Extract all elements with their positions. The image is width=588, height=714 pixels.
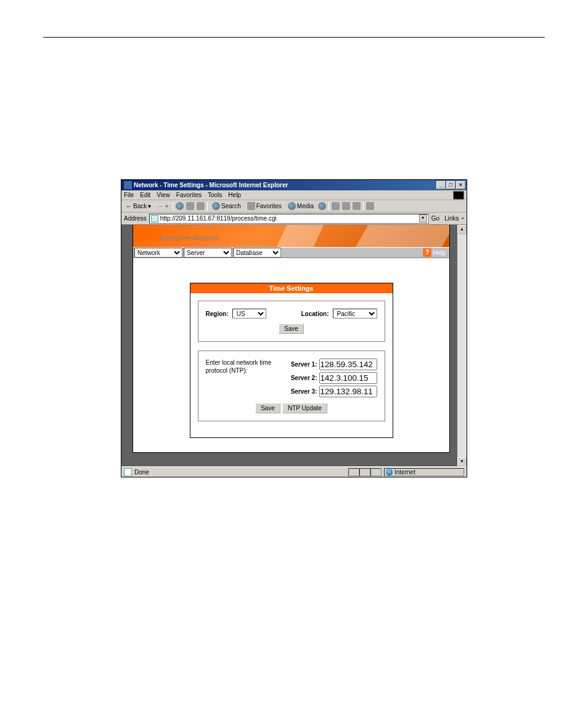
back-button[interactable]: ← Back ▾ xyxy=(124,202,153,210)
ntp-group: Enter local network time protocol (NTP):… xyxy=(198,351,385,421)
window-title: Network - Time Settings - Microsoft Inte… xyxy=(134,182,436,189)
ntp-prompt: Enter local network time protocol (NTP): xyxy=(206,359,272,399)
scroll-track[interactable] xyxy=(457,234,467,457)
status-cell xyxy=(370,468,382,476)
print-icon[interactable] xyxy=(342,202,350,210)
separator xyxy=(329,202,329,211)
scroll-down-icon[interactable]: ▼ xyxy=(457,457,467,466)
status-text: Done xyxy=(134,469,149,476)
help-icon[interactable]: ? xyxy=(423,248,431,257)
scroll-up-icon[interactable]: ▲ xyxy=(457,225,467,234)
separator xyxy=(173,202,173,211)
server1-input[interactable] xyxy=(319,359,377,370)
help-link[interactable]: Help xyxy=(433,249,448,256)
network-dropdown[interactable]: Network xyxy=(134,248,182,258)
server3-label: Server 3: xyxy=(291,388,317,395)
application-stage: 8e6Enterprise Reporter Network Server Da… xyxy=(133,225,450,453)
address-bar: Address http://209.11.161.67:8118/proces… xyxy=(121,213,467,225)
server1-label: Server 1: xyxy=(291,361,317,368)
location-select[interactable]: Pacific xyxy=(333,309,377,318)
status-bar: Done Internet xyxy=(121,466,467,477)
zone-text: Internet xyxy=(394,469,415,476)
mail-icon[interactable] xyxy=(332,202,340,210)
address-label: Address xyxy=(124,215,147,222)
links-label[interactable]: Links xyxy=(444,215,459,222)
region-select[interactable]: US xyxy=(232,309,266,318)
links-chevron-icon[interactable]: » xyxy=(462,216,464,221)
close-button[interactable]: × xyxy=(456,181,465,189)
app-menubar: File Edit View Favorites Tools Help xyxy=(121,190,467,200)
stop-icon[interactable] xyxy=(176,202,184,210)
go-button[interactable]: Go xyxy=(431,215,439,222)
save-region-button[interactable]: Save xyxy=(279,323,304,334)
region-label: Region: xyxy=(206,310,229,317)
location-label: Location: xyxy=(301,310,329,317)
menu-help[interactable]: Help xyxy=(228,192,241,198)
favorites-button[interactable]: Favorites xyxy=(245,201,284,211)
edit-icon[interactable] xyxy=(353,202,361,210)
time-settings-panel: Time Settings Region: US Location: Pacif… xyxy=(190,283,393,438)
logo-text: 8e6 xyxy=(139,228,160,243)
menu-view[interactable]: View xyxy=(157,192,170,198)
app-menubar: Network Server Database ? Help xyxy=(133,247,449,258)
vertical-scrollbar[interactable]: ▲ ▼ xyxy=(457,225,467,466)
browser-window: Network - Time Settings - Microsoft Inte… xyxy=(121,179,467,477)
server2-label: Server 2: xyxy=(291,375,317,381)
browser-viewport: 8e6Enterprise Reporter Network Server Da… xyxy=(121,225,467,466)
browser-toolbar: ← Back ▾ → ▾ Search Favorites Media xyxy=(121,200,467,213)
minimize-button[interactable]: _ xyxy=(436,181,446,189)
maximize-button[interactable]: □ xyxy=(446,181,455,189)
windows-flag-icon xyxy=(453,191,464,200)
page-icon xyxy=(151,215,158,222)
logo-subtitle: Enterprise Reporter xyxy=(160,234,219,241)
horizontal-rule xyxy=(43,37,545,38)
menu-tools[interactable]: Tools xyxy=(208,192,222,198)
panel-title: Time Settings xyxy=(190,283,393,293)
app-banner: 8e6Enterprise Reporter xyxy=(133,225,449,247)
menu-edit[interactable]: Edit xyxy=(140,192,150,198)
refresh-icon[interactable] xyxy=(186,202,194,210)
forward-button[interactable]: → ▾ xyxy=(155,202,170,210)
media-button[interactable]: Media xyxy=(286,201,316,211)
status-cell xyxy=(348,468,359,476)
separator xyxy=(363,202,364,211)
search-button[interactable]: Search xyxy=(210,201,243,211)
address-url: http://209.11.161.67:8118/process/time.c… xyxy=(160,215,417,222)
database-dropdown[interactable]: Database xyxy=(233,248,281,258)
region-group: Region: US Location: Pacific Save xyxy=(198,301,385,342)
globe-icon xyxy=(386,469,393,476)
status-cell xyxy=(359,468,370,476)
address-dropdown-icon[interactable]: ▾ xyxy=(419,214,427,222)
security-zone: Internet xyxy=(384,468,464,476)
history-icon[interactable] xyxy=(318,202,326,210)
app-logo: 8e6Enterprise Reporter xyxy=(139,228,219,244)
separator xyxy=(207,202,208,211)
menu-file[interactable]: File xyxy=(124,192,134,198)
discuss-icon[interactable] xyxy=(366,202,374,210)
window-titlebar: Network - Time Settings - Microsoft Inte… xyxy=(121,180,467,190)
server3-input[interactable] xyxy=(319,386,377,397)
home-icon[interactable] xyxy=(197,202,205,210)
save-ntp-button[interactable]: Save xyxy=(255,403,280,413)
address-field[interactable]: http://209.11.161.67:8118/process/time.c… xyxy=(149,214,429,224)
server2-input[interactable] xyxy=(319,372,377,384)
menu-favorites[interactable]: Favorites xyxy=(176,192,202,198)
page-done-icon xyxy=(124,468,132,476)
server-dropdown[interactable]: Server xyxy=(184,248,232,258)
ntp-update-button[interactable]: NTP Update xyxy=(282,403,327,413)
ie-icon xyxy=(124,181,132,189)
